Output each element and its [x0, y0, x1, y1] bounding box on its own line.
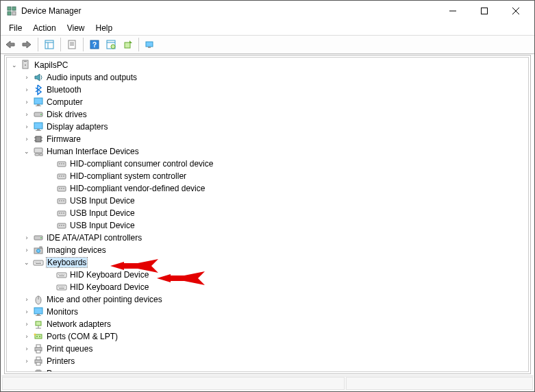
menu-view[interactable]: View	[62, 22, 90, 34]
cpu-icon	[33, 368, 44, 372]
hid-icon	[56, 220, 67, 231]
tree-category-node[interactable]: ›Print queues	[7, 343, 528, 355]
scan-hardware-button[interactable]	[103, 37, 119, 52]
expand-icon[interactable]: ›	[22, 247, 32, 254]
tree-category-node[interactable]: ⌄Keyboards	[7, 256, 528, 269]
disk-icon	[33, 232, 44, 243]
menu-help[interactable]: Help	[90, 22, 119, 34]
add-hardware-button[interactable]	[120, 37, 135, 52]
expand-icon[interactable]: ›	[22, 296, 32, 303]
minimize-button[interactable]	[437, 1, 469, 21]
tree-category-node[interactable]: ›Mice and other pointing devices	[7, 293, 528, 306]
svg-point-101	[36, 336, 38, 337]
monitor-icon	[33, 121, 44, 132]
svg-rect-56	[61, 200, 62, 201]
expand-icon[interactable]: ›	[22, 99, 32, 106]
help-button[interactable]: ?	[87, 37, 102, 52]
svg-rect-79	[58, 274, 59, 275]
tree-device-node[interactable]: HID Keyboard Device	[7, 269, 528, 281]
expand-icon[interactable]: ›	[22, 74, 32, 81]
node-label: Imaging devices	[47, 245, 106, 255]
tree-category-node[interactable]: ›Imaging devices	[7, 244, 528, 256]
svg-rect-26	[34, 98, 42, 104]
svg-rect-94	[34, 308, 42, 314]
expand-icon[interactable]: ›	[22, 136, 32, 143]
tree-category-node[interactable]: ›Firmware	[7, 133, 528, 145]
mouse-icon	[33, 294, 44, 305]
window-title: Device Manager	[21, 6, 437, 16]
svg-rect-31	[34, 123, 42, 129]
monitor-icon	[33, 306, 44, 317]
toolbar-separator	[60, 38, 61, 51]
tree-category-node[interactable]: ›IDE ATA/ATAPI controllers	[7, 232, 528, 244]
expand-icon[interactable]: ›	[22, 111, 32, 118]
svg-rect-73	[36, 262, 37, 262]
tree-category-node[interactable]: ›Audio inputs and outputs	[7, 71, 528, 84]
collapse-icon[interactable]: ⌄	[22, 148, 32, 155]
expand-icon[interactable]: ›	[22, 123, 32, 130]
svg-rect-85	[57, 285, 66, 290]
tree-device-node[interactable]: USB Input Device	[7, 195, 528, 207]
hid-icon	[56, 183, 67, 194]
menu-file[interactable]: File	[3, 22, 27, 34]
properties-button[interactable]	[64, 37, 79, 52]
tree-device-node[interactable]: USB Input Device	[7, 207, 528, 219]
expand-icon[interactable]: ›	[22, 86, 32, 93]
devices-by-type-button[interactable]	[142, 37, 158, 52]
tree-category-node[interactable]: ›Bluetooth	[7, 84, 528, 96]
device-tree[interactable]: ⌄KapilsPC›Audio inputs and outputs›Bluet…	[6, 57, 529, 372]
hid-icon	[56, 208, 67, 219]
node-label: HID-compliant consumer control device	[70, 159, 213, 169]
tree-category-node[interactable]: ›Monitors	[7, 306, 528, 318]
svg-rect-11	[69, 40, 75, 49]
menu-action[interactable]: Action	[27, 22, 61, 34]
maximize-button[interactable]	[469, 1, 500, 21]
svg-rect-43	[59, 163, 60, 164]
back-button[interactable]	[3, 37, 18, 52]
collapse-icon[interactable]: ⌄	[10, 62, 19, 69]
svg-rect-32	[37, 129, 40, 130]
tree-category-node[interactable]: ›Printers	[7, 355, 528, 367]
svg-rect-81	[61, 274, 62, 275]
close-button[interactable]	[500, 1, 532, 21]
tree-category-node[interactable]: ⌄Human Interface Devices	[7, 145, 528, 158]
svg-rect-8	[45, 40, 53, 49]
tree-category-node[interactable]: ›Processors	[7, 367, 528, 372]
expand-icon[interactable]: ›	[22, 370, 32, 372]
print-icon	[33, 356, 44, 367]
status-bar	[1, 376, 534, 391]
expand-icon[interactable]: ›	[22, 321, 32, 328]
tree-outer: ⌄KapilsPC›Audio inputs and outputs›Bluet…	[4, 55, 531, 374]
svg-rect-84	[59, 275, 64, 276]
svg-rect-87	[60, 286, 60, 287]
forward-button[interactable]	[19, 37, 34, 52]
expand-icon[interactable]: ›	[22, 333, 32, 340]
tree-device-node[interactable]: USB Input Device	[7, 219, 528, 232]
svg-rect-95	[37, 314, 40, 315]
tree-device-node[interactable]: HID-compliant consumer control device	[7, 158, 528, 170]
svg-rect-105	[36, 345, 40, 347]
svg-rect-90	[64, 286, 64, 287]
show-hide-tree-button[interactable]	[42, 37, 57, 52]
expand-icon[interactable]: ›	[22, 345, 32, 352]
hid-icon	[33, 146, 44, 157]
tree-device-node[interactable]: HID Keyboard Device	[7, 281, 528, 293]
expand-icon[interactable]: ›	[22, 234, 32, 241]
tree-device-node[interactable]: HID-compliant vendor-defined device	[7, 182, 528, 195]
expand-icon[interactable]: ›	[22, 308, 32, 315]
tree-category-node[interactable]: ›Display adapters	[7, 121, 528, 133]
svg-rect-65	[63, 225, 64, 226]
svg-rect-110	[36, 371, 41, 372]
expand-icon[interactable]: ›	[22, 358, 32, 365]
hid-icon	[56, 195, 67, 206]
tree-category-node[interactable]: ›Computer	[7, 96, 528, 108]
collapse-icon[interactable]: ⌄	[22, 259, 32, 266]
tree-category-node[interactable]: ›Network adapters	[7, 318, 528, 330]
tree-device-node[interactable]: HID-compliant system controller	[7, 170, 528, 182]
tree-category-node[interactable]: ›Disk drives	[7, 108, 528, 121]
node-label: Printers	[47, 356, 75, 366]
node-label: Monitors	[47, 307, 78, 317]
tree-category-node[interactable]: ›Ports (COM & LPT)	[7, 330, 528, 343]
tree-root-node[interactable]: ⌄KapilsPC	[7, 59, 528, 71]
node-label: KapilsPC	[34, 60, 68, 70]
